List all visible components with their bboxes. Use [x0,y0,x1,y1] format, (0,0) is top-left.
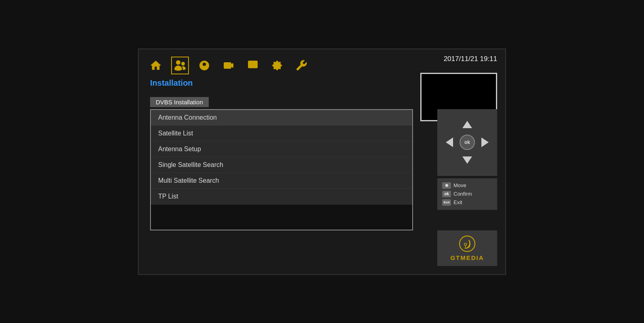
dvbs-header: DVBS Installation [150,97,209,107]
menu-item-tp-list[interactable]: TP List [151,189,412,205]
menu-item-single-satellite-search[interactable]: Single Satellite Search [151,157,412,173]
dpad: ok [445,120,489,165]
nav-satellite-icon[interactable] [171,57,189,74]
menu-item-multi-satellite-search[interactable]: Multi Satellite Search [151,173,412,189]
confirm-label: Confirm [453,191,472,197]
menu-item-antenna-connection[interactable]: Antenna Connection [151,110,412,126]
legend-box: ⊕ Move ok Confirm Exit Exit [437,178,497,210]
exit-key-icon: Exit [442,199,451,206]
dpad-box: ok [437,109,497,176]
dpad-right-arrow[interactable] [481,137,489,147]
nav-home-icon[interactable] [147,57,165,74]
legend-confirm: ok Confirm [442,191,492,197]
nav-settings-icon[interactable] [268,57,286,74]
legend-move: ⊕ Move [442,182,492,189]
logo-text: GTMEDIA [450,254,484,261]
nav-media-icon[interactable] [220,57,237,74]
dpad-down-arrow[interactable] [462,156,472,164]
nav-user-icon[interactable] [195,57,213,74]
ok-button[interactable]: ok [460,135,475,150]
dpad-left-arrow[interactable] [446,137,453,147]
exit-label: Exit [453,199,462,205]
nav-display-icon[interactable] [244,57,262,74]
logo-box: GTMEDIA [437,230,497,266]
legend-exit: Exit Exit [442,199,492,206]
gtmedia-logo-icon [458,235,476,253]
menu-container: Antenna Connection Satellite List Antenn… [150,109,413,230]
installation-label: Installation [150,78,193,88]
move-label: Move [453,182,466,188]
main-screen: 2017/11/21 19:11 [138,49,506,275]
nav-tools-icon[interactable] [292,57,310,74]
dpad-up-arrow[interactable] [462,121,472,128]
datetime-display: 2017/11/21 19:11 [444,55,497,63]
menu-item-antenna-setup[interactable]: Antenna Setup [151,141,412,157]
confirm-key-icon: ok [442,191,451,197]
svg-point-0 [460,236,475,251]
control-panel: ok ⊕ Move ok Confirm Exit Exit [437,109,497,210]
svg-point-1 [464,243,467,246]
menu-item-satellite-list[interactable]: Satellite List [151,126,412,141]
move-key-icon: ⊕ [442,182,451,189]
